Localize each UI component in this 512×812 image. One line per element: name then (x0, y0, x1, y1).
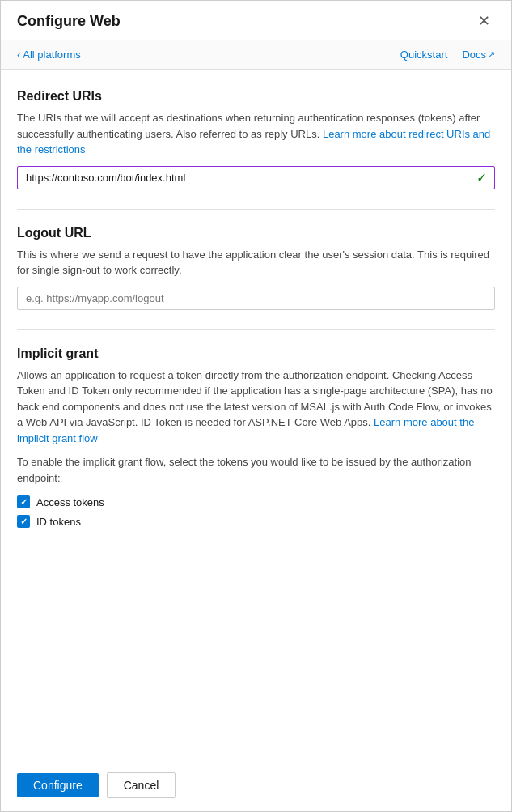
implicit-enable-text: To enable the implicit grant flow, selec… (17, 454, 495, 486)
configure-button[interactable]: Configure (17, 773, 99, 797)
access-tokens-row: ✓ Access tokens (17, 495, 495, 508)
access-tokens-checkbox[interactable]: ✓ (17, 495, 30, 508)
close-button[interactable]: ✕ (473, 12, 495, 30)
divider-1 (17, 209, 495, 210)
id-tokens-label: ID tokens (36, 516, 81, 528)
id-tokens-row: ✓ ID tokens (17, 515, 495, 528)
implicit-grant-title: Implicit grant (17, 346, 495, 361)
redirect-uri-input[interactable] (17, 166, 495, 189)
external-icon: ↗ (488, 49, 495, 60)
logout-url-title: Logout URL (17, 226, 495, 240)
id-tokens-checkmark: ✓ (20, 517, 28, 526)
access-tokens-label: Access tokens (36, 496, 104, 508)
dialog-body: Redirect URIs The URIs that we will acce… (1, 70, 511, 759)
all-platforms-link[interactable]: ‹ All platforms (17, 49, 81, 61)
nav-bar: ‹ All platforms Quickstart Docs↗ (1, 40, 511, 70)
redirect-uri-input-wrapper: ✓ (17, 166, 495, 189)
id-tokens-checkbox[interactable]: ✓ (17, 515, 30, 528)
redirect-uris-section: Redirect URIs The URIs that we will acce… (17, 89, 495, 189)
dialog-footer: Configure Cancel (1, 759, 511, 811)
implicit-grant-section: Implicit grant Allows an application to … (17, 346, 495, 529)
dialog-title: Configure Web (17, 13, 121, 30)
redirect-uris-title: Redirect URIs (17, 89, 495, 104)
divider-2 (17, 329, 495, 330)
logout-url-input[interactable] (17, 287, 495, 310)
implicit-grant-description: Allows an application to request a token… (17, 368, 495, 447)
docs-link[interactable]: Docs↗ (462, 49, 495, 61)
logout-url-description: This is where we send a request to have … (17, 247, 495, 278)
nav-links: Quickstart Docs↗ (400, 49, 495, 61)
logout-url-section: Logout URL This is where we send a reque… (17, 226, 495, 310)
configure-web-dialog: Configure Web ✕ ‹ All platforms Quicksta… (0, 0, 512, 812)
access-tokens-checkmark: ✓ (20, 498, 28, 507)
quickstart-link[interactable]: Quickstart (400, 49, 448, 61)
valid-check-icon: ✓ (476, 170, 487, 185)
redirect-uris-description: The URIs that we will accept as destinat… (17, 110, 495, 158)
dialog-header: Configure Web ✕ (1, 1, 511, 40)
cancel-button[interactable]: Cancel (107, 772, 176, 798)
